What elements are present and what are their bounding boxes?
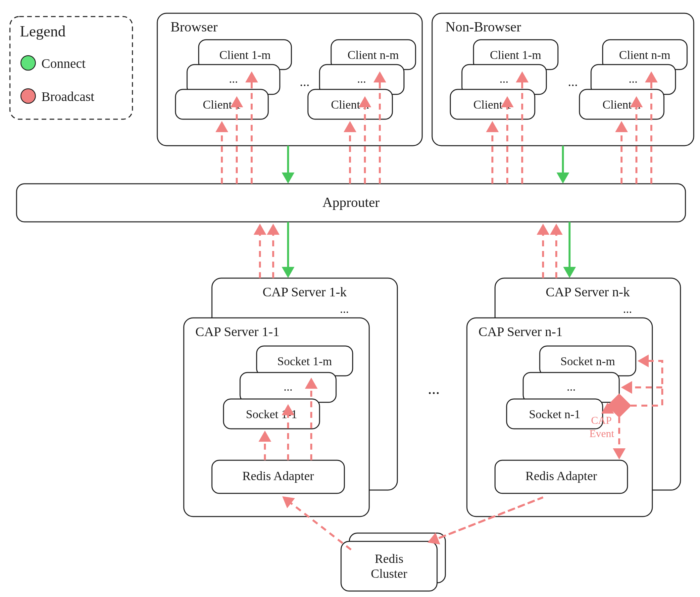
cap-nk-title: CAP Server n-k xyxy=(546,284,630,299)
cap-event-label1: CAP xyxy=(591,414,611,426)
socket-11: Socket 1-1 xyxy=(246,407,297,421)
nb-client-n: Client n xyxy=(603,98,641,111)
legend-connect-label: Connect xyxy=(42,56,85,71)
browser-ellipsis: ... xyxy=(300,74,309,89)
redis-adapter-right: Redis Adapter xyxy=(525,469,597,483)
browser-client-nm: Client n-m xyxy=(348,48,399,61)
nb-client-1: Client 1 xyxy=(474,98,511,111)
browser-client-1: Client 1 xyxy=(203,98,241,111)
browser-client-n: Client n xyxy=(331,98,369,111)
legend-box: Legend Connect Broadcast xyxy=(10,17,132,119)
socket-n1: Socket n-1 xyxy=(529,407,580,421)
cap-1k-ell: ... xyxy=(340,302,349,316)
nb-client-nm: Client n-m xyxy=(619,48,671,61)
nb-ellipsis: ... xyxy=(568,74,578,89)
browser-group: Browser Client 1-m ... Client 1 ... Clie… xyxy=(157,13,422,146)
cap-n1-title: CAP Server n-1 xyxy=(478,324,562,339)
nonbrowser-title: Non-Browser xyxy=(445,19,521,34)
browser-title: Browser xyxy=(171,19,218,34)
cap-event-label2: Event xyxy=(590,427,614,440)
approuter-label: Approuter xyxy=(323,195,380,210)
broadcast-icon xyxy=(21,89,35,103)
legend-title: Legend xyxy=(20,23,66,40)
approuter: Approuter xyxy=(17,184,685,222)
browser-client-1m: Client 1-m xyxy=(220,48,271,61)
center-ellipsis: ... xyxy=(428,380,440,397)
socket-nmid: ... xyxy=(567,380,576,393)
redis-label2: Cluster xyxy=(371,567,407,580)
redis-label1: Redis xyxy=(375,552,404,566)
cap-11-title: CAP Server 1-1 xyxy=(195,324,279,339)
nb-client-mid: ... xyxy=(500,72,508,85)
redis-cluster: Redis Cluster xyxy=(341,533,445,591)
cap-server-left: CAP Server 1-k ... CAP Server 1-1 Socket… xyxy=(184,278,397,517)
socket-mid: ... xyxy=(284,380,293,393)
browser-client-mid: ... xyxy=(229,72,238,85)
browser-client-nmid: ... xyxy=(357,72,366,85)
redis-adapter-left: Redis Adapter xyxy=(242,469,314,483)
nonbrowser-group: Non-Browser Client 1-m ... Client 1 ... … xyxy=(432,13,694,146)
legend-broadcast-label: Broadcast xyxy=(42,89,94,104)
cap-1k-title: CAP Server 1-k xyxy=(262,284,347,299)
connect-icon xyxy=(21,56,35,70)
svg-rect-29 xyxy=(341,541,437,591)
cap-server-right: CAP Server n-k ... CAP Server n-1 Socket… xyxy=(467,278,680,517)
nb-client-nmid: ... xyxy=(629,72,638,85)
nb-client-1m: Client 1-m xyxy=(490,48,542,61)
socket-nm: Socket n-m xyxy=(560,355,615,368)
socket-1m: Socket 1-m xyxy=(277,355,332,368)
cap-nk-ell: ... xyxy=(623,302,632,316)
